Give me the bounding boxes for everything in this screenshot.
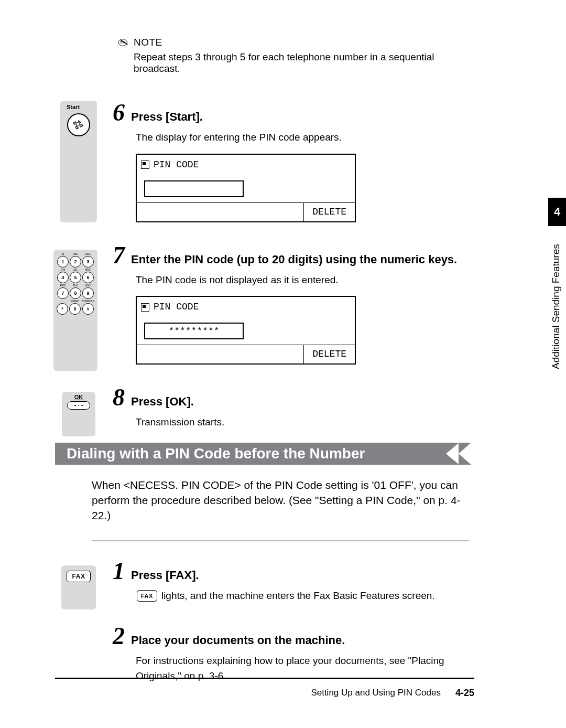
step-title: Press [Start]. (131, 110, 203, 124)
delete-button[interactable]: DELETE (303, 203, 355, 221)
section-intro: When <NECESS. PIN CODE> of the PIN Code … (92, 477, 469, 523)
keypad-key: # (82, 303, 94, 315)
ok-pill-icon (67, 401, 90, 410)
step-title: Enter the PIN code (up to 20 digits) usi… (131, 253, 457, 266)
keypad-key: 1 (57, 256, 69, 267)
step-6: Start 6 Press [Start]. The display for e… (55, 101, 474, 222)
step-7: @1ABC2DEF3GHI4JKL5MNO6PRS7TUV8WXY9*OPER0… (55, 243, 474, 365)
tx-icon (141, 160, 149, 169)
lcd-panel: PIN CODE DELETE (136, 154, 356, 222)
pin-input-field[interactable] (144, 180, 244, 197)
section-header: Dialing with a PIN Code before the Numbe… (55, 443, 459, 465)
step-body-text: lights, and the machine enters the Fax B… (161, 588, 435, 604)
footer-page-number: 4-25 (455, 688, 474, 699)
step-body-text: The display for entering the PIN code ap… (136, 132, 342, 143)
pencil-note-icon (118, 38, 129, 47)
start-label: Start (67, 104, 80, 110)
panel-label: PIN CODE (154, 300, 199, 314)
chapter-title-vertical: Additional Sending Features (550, 231, 563, 383)
divider (92, 540, 469, 541)
keypad-key: 8 (70, 287, 81, 299)
step-number: 8 (113, 386, 125, 410)
start-button-graphic: Start (60, 101, 97, 222)
step-title: Place your documents on the machine. (131, 634, 345, 647)
footer-section: Setting Up and Using PIN Codes (311, 688, 441, 699)
chapter-number: 4 (554, 205, 560, 219)
step-body-text: The PIN code is not displayed as it is e… (136, 274, 339, 285)
fax-button-label: FAX (67, 571, 91, 582)
tx-icon (141, 303, 149, 312)
keypad-key: 9 (82, 287, 94, 299)
svg-marker-4 (73, 121, 83, 129)
keypad-key: 3 (82, 256, 94, 267)
keypad-key: 7 (57, 287, 69, 299)
section-title: Dialing with a PIN Code before the Numbe… (67, 445, 365, 462)
keypad-key: 5 (70, 272, 81, 283)
page-content: NOTE Repeat steps 3 through 5 for each t… (55, 37, 474, 704)
numeric-keypad-graphic: @1ABC2DEF3GHI4JKL5MNO6PRS7TUV8WXY9*OPER0… (53, 250, 97, 371)
ok-button-graphic: OK (62, 392, 95, 436)
lcd-panel: PIN CODE ********* DELETE (136, 296, 356, 365)
step-title: Press [FAX]. (131, 569, 199, 582)
step-title: Press [OK]. (131, 395, 194, 409)
panel-label: PIN CODE (154, 158, 199, 172)
pin-input-field[interactable]: ********* (144, 323, 244, 339)
chapter-tab: 4 (548, 198, 566, 226)
page-footer: Setting Up and Using PIN Codes 4-25 (55, 678, 474, 699)
svg-point-0 (118, 39, 127, 46)
sub-step-2: 2 Place your documents on the machine. F… (55, 624, 474, 683)
fax-inline-label: FAX (137, 590, 157, 602)
step-number: 2 (113, 624, 125, 648)
step-number: 7 (113, 243, 125, 267)
note-block: NOTE Repeat steps 3 through 5 for each t… (118, 37, 474, 74)
step-8: OK 8 Press [OK]. Transmission starts. (55, 386, 474, 430)
sub-step-1: FAX 1 Press [FAX]. FAX lights, and the m… (55, 559, 474, 604)
step-body-text: Transmission starts. (136, 416, 224, 427)
keypad-key: 4 (57, 272, 69, 283)
keypad-key: * (57, 303, 68, 315)
note-label: NOTE (134, 37, 162, 48)
start-circle-icon (67, 113, 90, 136)
keypad-key: 2 (70, 256, 81, 267)
keypad-key: 0 (69, 303, 81, 315)
ok-label: OK (74, 394, 83, 400)
note-text: Repeat steps 3 through 5 for each teleph… (134, 51, 474, 74)
fax-button-graphic: FAX (61, 565, 96, 610)
keypad-key: 6 (82, 272, 94, 283)
step-number: 6 (113, 101, 125, 125)
delete-button[interactable]: DELETE (303, 345, 355, 363)
step-number: 1 (113, 559, 125, 583)
